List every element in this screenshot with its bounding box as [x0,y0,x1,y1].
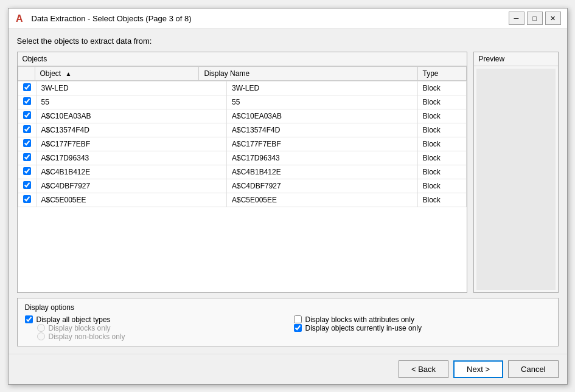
label-all-types: Display all object types [37,315,111,324]
options-left-col: Display all object types Display blocks … [25,315,282,341]
preview-content [476,69,556,290]
label-blocks-only: Display blocks only [49,324,111,332]
checkbox-blocks-attributes[interactable] [294,315,302,323]
row-checkbox[interactable] [23,111,31,119]
row-checkbox-cell [18,193,36,207]
row-object: A$C177F7EBF [36,137,227,151]
row-checkbox[interactable] [23,83,31,91]
display-options-title: Display options [25,303,551,312]
row-display-name: A$C17D96343 [227,151,418,165]
row-type: Block [417,137,466,151]
row-checkbox-cell [18,165,36,179]
svg-text:A: A [16,13,23,24]
col-header-object[interactable]: Object ▲ [35,66,199,80]
radio-non-blocks[interactable] [37,332,45,340]
close-button[interactable]: ✕ [545,12,561,25]
row-display-name: A$C4DBF7927 [227,179,418,193]
table-scroll-wrapper[interactable]: 3W-LED3W-LEDBlock5555BlockA$C10EA03ABA$C… [18,81,467,292]
row-object: A$C13574F4D [36,123,227,137]
row-type: Block [417,151,466,165]
main-area: Objects Object ▲ Display Name Type [17,52,559,293]
row-checkbox-cell [18,137,36,151]
option-all-types: Display all object types [25,315,282,324]
row-checkbox-cell [18,123,36,137]
options-grid: Display all object types Display blocks … [25,315,551,341]
row-type: Block [417,179,466,193]
row-checkbox[interactable] [23,195,31,203]
option-in-use: Display objects currently in-use only [294,324,551,332]
checkbox-in-use[interactable] [294,324,302,332]
row-object: A$C4DBF7927 [36,179,227,193]
row-display-name: A$C4B1B412E [227,165,418,179]
row-checkbox[interactable] [23,139,31,147]
row-display-name: A$C177F7EBF [227,137,418,151]
table-row: A$C5E005EEA$C5E005EEBlock [18,193,466,207]
row-checkbox[interactable] [23,153,31,161]
row-display-name: 55 [227,95,418,109]
objects-panel-title: Objects [18,52,467,66]
instruction-text: Select the objects to extract data from: [17,36,559,46]
row-checkbox-cell [18,179,36,193]
row-display-name: 3W-LED [227,81,418,95]
row-type: Block [417,109,466,123]
col-header-display-name: Display Name [199,66,417,80]
title-bar: A Data Extraction - Select Objects (Page… [9,9,567,29]
row-display-name: A$C13574F4D [227,123,418,137]
table-row: A$C13574F4DA$C13574F4DBlock [18,123,466,137]
row-type: Block [417,95,466,109]
objects-table-header: Object ▲ Display Name Type [18,66,467,81]
row-checkbox-cell [18,95,36,109]
row-checkbox[interactable] [23,125,31,133]
radio-blocks-only[interactable] [37,324,45,332]
col-header-check [18,66,35,80]
row-checkbox-cell [18,81,36,95]
row-type: Block [417,193,466,207]
row-checkbox-cell [18,109,36,123]
dialog-footer: < Back Next > Cancel [9,354,567,384]
label-non-blocks: Display non-blocks only [49,332,125,341]
row-object: 3W-LED [36,81,227,95]
next-button[interactable]: Next > [453,360,503,378]
row-object: A$C17D96343 [36,151,227,165]
sort-arrow-icon: ▲ [66,70,72,77]
row-checkbox[interactable] [23,97,31,105]
window-title: Data Extraction - Select Objects (Page 3… [32,14,509,23]
app-icon: A [15,12,27,24]
objects-panel: Objects Object ▲ Display Name Type [17,52,467,293]
option-non-blocks: Display non-blocks only [25,332,282,341]
col-header-type: Type [417,66,466,80]
preview-panel: Preview [473,52,559,293]
row-type: Block [417,81,466,95]
row-checkbox[interactable] [23,181,31,189]
checkbox-all-types[interactable] [25,315,33,323]
row-type: Block [417,165,466,179]
table-row: A$C17D96343A$C17D96343Block [18,151,466,165]
window-controls: ─ □ ✕ [509,12,561,25]
row-checkbox[interactable] [23,167,31,175]
row-type: Block [417,123,466,137]
back-button[interactable]: < Back [399,360,448,378]
dialog-content: Select the objects to extract data from:… [9,29,567,354]
table-row: A$C10EA03ABA$C10EA03ABBlock [18,109,466,123]
preview-title: Preview [474,52,558,66]
table-row: A$C177F7EBFA$C177F7EBFBlock [18,137,466,151]
row-object: A$C4B1B412E [36,165,227,179]
label-blocks-attributes: Display blocks with attributes only [305,315,414,324]
option-blocks-only: Display blocks only [25,324,282,332]
minimize-button[interactable]: ─ [509,12,524,25]
maximize-button[interactable]: □ [527,12,543,25]
row-object: 55 [36,95,227,109]
table-row: A$C4B1B412EA$C4B1B412EBlock [18,165,466,179]
main-window: A Data Extraction - Select Objects (Page… [8,8,568,385]
option-blocks-attributes: Display blocks with attributes only [294,315,551,324]
row-object: A$C10EA03AB [36,109,227,123]
label-in-use: Display objects currently in-use only [305,324,422,332]
row-object: A$C5E005EE [36,193,227,207]
table-row: A$C4DBF7927A$C4DBF7927Block [18,179,466,193]
cancel-button[interactable]: Cancel [508,360,558,378]
objects-table-body: 3W-LED3W-LEDBlock5555BlockA$C10EA03ABA$C… [18,81,467,207]
display-options-panel: Display options Display all object types… [17,298,559,346]
options-right-col: Display blocks with attributes only Disp… [294,315,551,341]
table-row: 5555Block [18,95,466,109]
row-display-name: A$C10EA03AB [227,109,418,123]
